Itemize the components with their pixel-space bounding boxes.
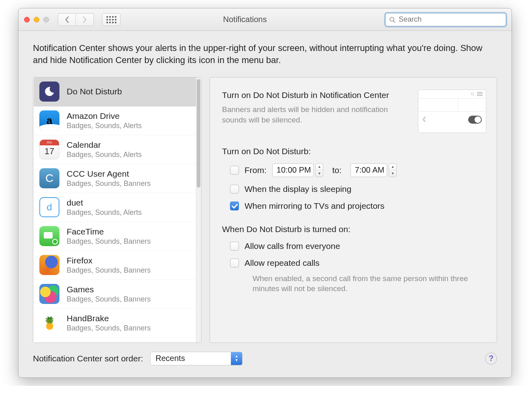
preview-search-icon (471, 92, 475, 96)
close-window-button[interactable] (24, 17, 30, 22)
window-controls (24, 17, 49, 22)
search-field[interactable] (385, 13, 506, 26)
app-row-duet[interactable]: d duet Badges, Sounds, Alerts (34, 193, 196, 222)
sort-order-select[interactable]: Recents ▲▼ (150, 352, 243, 365)
amazon-drive-icon: a (39, 110, 59, 130)
allow-everyone-checkbox[interactable] (230, 242, 239, 251)
app-sub: Badges, Sounds, Alerts (67, 151, 142, 159)
app-row-ccc[interactable]: C CCC User Agent Badges, Sounds, Banners (34, 164, 196, 193)
app-name: Do Not Disturb (67, 87, 122, 96)
app-name: HandBrake (67, 314, 151, 323)
app-name: duet (67, 198, 142, 208)
app-name: Calendar (67, 140, 142, 150)
app-name: Games (67, 285, 151, 294)
allow-repeated-row: Allow repeated calls (230, 258, 486, 268)
chevron-right-icon (82, 16, 87, 23)
svg-line-1 (393, 21, 395, 22)
search-input[interactable] (399, 15, 502, 24)
from-label: From: (245, 165, 267, 175)
allow-everyone-label: Allow calls from everyone (245, 241, 340, 251)
allow-repeated-label: Allow repeated calls (245, 258, 320, 268)
app-row-facetime[interactable]: FaceTime Badges, Sounds, Banners (34, 222, 196, 251)
to-label: to: (332, 165, 341, 175)
app-list-panel: Do Not Disturb a Amazon Drive Badges, So… (33, 77, 202, 343)
question-icon: ? (489, 354, 493, 363)
detail-panel: Turn on Do Not Disturb in Notification C… (210, 77, 497, 343)
window-title: Notifications (124, 15, 381, 24)
repeated-hint: When enabled, a second call from the sam… (230, 273, 486, 294)
app-row-firefox[interactable]: Firefox Badges, Sounds, Banners (34, 251, 196, 280)
minimize-window-button[interactable] (34, 17, 39, 22)
zoom-window-button (43, 17, 49, 22)
app-row-amazon-drive[interactable]: a Amazon Drive Badges, Sounds, Alerts (34, 106, 196, 135)
cal-day: 17 (45, 146, 54, 157)
mirroring-checkbox[interactable] (230, 202, 239, 210)
app-list[interactable]: Do Not Disturb a Amazon Drive Badges, So… (33, 77, 196, 343)
firefox-icon (39, 255, 59, 275)
sort-order-label: Notification Center sort order: (33, 354, 143, 363)
app-sub: Badges, Sounds, Banners (67, 179, 151, 188)
from-to-row: From: 10:00 PM ▲▼ to: 7:00 AM ▲▼ (230, 163, 486, 177)
notification-center-preview: ☾ (418, 90, 486, 133)
facetime-icon (39, 226, 59, 246)
display-sleep-row: When the display is sleeping (230, 184, 486, 194)
app-name: FaceTime (67, 227, 151, 237)
chevron-left-icon (65, 16, 69, 23)
select-arrows-icon: ▲▼ (231, 352, 242, 365)
on-header: When Do Not Disturb is turned on: (222, 224, 486, 234)
app-sub: Badges, Sounds, Alerts (67, 208, 142, 217)
preferences-window: Notifications Notification Center shows … (18, 8, 512, 378)
content-area: Notification Center shows your alerts in… (18, 31, 512, 377)
show-all-button[interactable] (102, 13, 120, 26)
to-stepper[interactable]: ▲▼ (389, 163, 397, 177)
help-button[interactable]: ? (485, 353, 497, 365)
search-icon (389, 16, 395, 23)
app-row-do-not-disturb[interactable]: Do Not Disturb (34, 77, 196, 106)
panels: Do Not Disturb a Amazon Drive Badges, So… (33, 77, 497, 343)
app-sub: Badges, Sounds, Banners (67, 266, 151, 275)
cal-month: JUL (40, 140, 59, 145)
allow-everyone-row: Allow calls from everyone (230, 241, 486, 251)
sort-order-value: Recents (155, 354, 185, 363)
intro-text: Notification Center shows your alerts in… (33, 42, 497, 67)
footer: Notification Center sort order: Recents … (33, 343, 497, 369)
mirroring-row: When mirroring to TVs and projectors (230, 201, 486, 211)
back-button[interactable] (58, 14, 76, 26)
nav-segment (58, 13, 94, 26)
titlebar: Notifications (18, 8, 512, 31)
app-sub: Badges, Sounds, Banners (67, 295, 151, 304)
svg-line-3 (473, 95, 475, 96)
display-sleep-checkbox[interactable] (230, 185, 239, 194)
handbrake-icon: 🍍 (39, 313, 59, 333)
from-time-field[interactable]: 10:00 PM (272, 163, 314, 177)
forward-button[interactable] (76, 14, 94, 26)
to-time-value: 7:00 AM (355, 165, 384, 175)
app-sub: Badges, Sounds, Banners (67, 237, 151, 246)
from-stepper[interactable]: ▲▼ (315, 163, 323, 177)
app-row-handbrake[interactable]: 🍍 HandBrake Badges, Sounds, Banners (34, 309, 196, 338)
app-sub: Badges, Sounds, Banners (67, 324, 151, 332)
app-name: CCC User Agent (67, 169, 151, 179)
app-name: Firefox (67, 256, 151, 265)
app-name: Amazon Drive (67, 111, 142, 121)
detail-desc: Banners and alerts will be hidden and no… (222, 104, 410, 125)
scroll-thumb[interactable] (197, 79, 200, 188)
to-time-field[interactable]: 7:00 AM (351, 163, 387, 177)
app-row-games[interactable]: Games Badges, Sounds, Banners (34, 280, 196, 309)
detail-title: Turn on Do Not Disturb in Notification C… (222, 90, 410, 100)
games-icon (39, 284, 59, 304)
allow-repeated-checkbox[interactable] (230, 259, 239, 267)
app-row-calendar[interactable]: JUL 17 Calendar Badges, Sounds, Alerts (34, 135, 196, 164)
schedule-header: Turn on Do Not Disturb: (222, 147, 486, 156)
moon-icon (39, 82, 59, 102)
preview-list-icon (477, 92, 483, 96)
from-checkbox[interactable] (230, 166, 239, 175)
app-sub: Badges, Sounds, Alerts (67, 122, 142, 130)
svg-point-2 (471, 92, 473, 95)
preview-moon-icon: ☾ (422, 116, 428, 123)
grid-icon (106, 16, 116, 23)
from-time-value: 10:00 PM (277, 165, 311, 175)
preview-toggle (468, 116, 482, 124)
scrollbar[interactable] (196, 77, 201, 343)
mirroring-label: When mirroring to TVs and projectors (245, 201, 385, 211)
